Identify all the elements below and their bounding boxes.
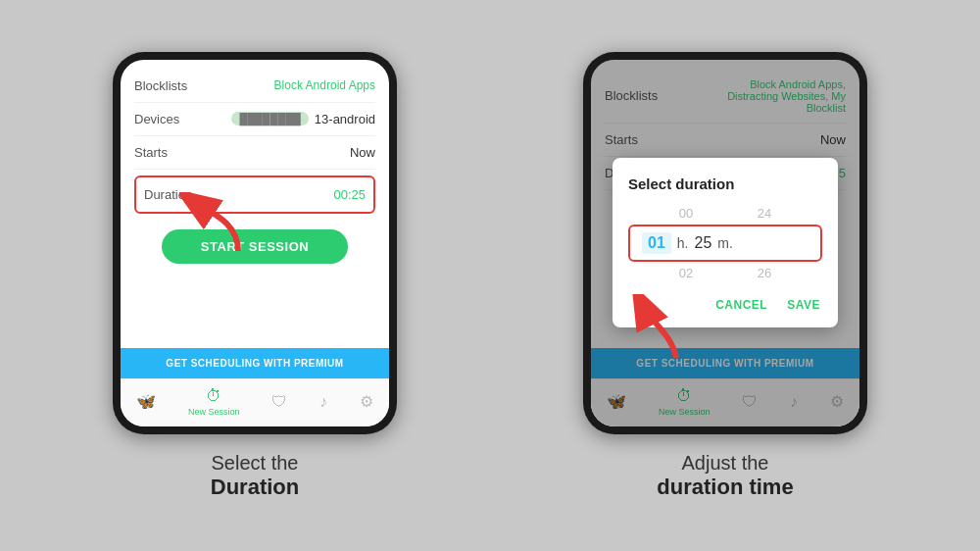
blocklists-label: Blocklists bbox=[134, 78, 187, 93]
right-phone-frame: Blocklists Block Android Apps, Distracti… bbox=[583, 52, 867, 434]
settings-icon: ⚙ bbox=[360, 392, 373, 411]
left-phone-frame: Blocklists Block Android Apps Devices ██… bbox=[113, 52, 397, 434]
butterfly-icon: 🦋 bbox=[136, 392, 156, 411]
picker-h-label: h. bbox=[677, 235, 689, 251]
bottom-nav: 🦋 ⏱ New Session 🛡 ♪ ⚙ bbox=[121, 378, 389, 426]
premium-banner[interactable]: GET SCHEDULING WITH PREMIUM bbox=[121, 348, 389, 378]
picker-m-label: m. bbox=[717, 235, 733, 251]
save-button[interactable]: SAVE bbox=[785, 294, 822, 316]
nav-item-butterfly[interactable]: 🦋 bbox=[136, 392, 156, 411]
right-phone-section: Blocklists Block Android Apps, Distracti… bbox=[583, 52, 867, 500]
picker-above-mins: 24 bbox=[735, 206, 794, 221]
arrow-right bbox=[622, 294, 701, 367]
devices-row: Devices ████████ 13-android bbox=[134, 103, 375, 136]
nav-item-settings[interactable]: ⚙ bbox=[360, 392, 373, 411]
dialog-title: Select duration bbox=[628, 175, 822, 192]
timer-icon: ⏱ bbox=[206, 387, 221, 405]
picker-below-hours: 02 bbox=[657, 266, 715, 280]
devices-label: Devices bbox=[134, 112, 179, 126]
dialog-overlay: Select duration 00 24 01 h. bbox=[591, 60, 859, 426]
starts-value: Now bbox=[350, 145, 375, 160]
starts-label: Starts bbox=[134, 145, 168, 160]
picker-below-mins: 26 bbox=[735, 266, 794, 280]
music-icon: ♪ bbox=[319, 393, 327, 411]
starts-row: Starts Now bbox=[134, 136, 375, 170]
device-pill: ████████ bbox=[231, 112, 308, 125]
picker-hours-selected[interactable]: 01 bbox=[642, 232, 671, 254]
device-value: 13-android bbox=[315, 112, 375, 126]
picker-selected-row[interactable]: 01 h. 25 m. bbox=[628, 225, 822, 262]
picker-above-row: 00 24 bbox=[628, 206, 822, 221]
nav-item-music[interactable]: ♪ bbox=[319, 393, 327, 411]
arrow-svg-left bbox=[179, 192, 258, 271]
picker-above-hours: 00 bbox=[657, 206, 715, 221]
main-container: Blocklists Block Android Apps Devices ██… bbox=[0, 0, 980, 551]
left-phone-section: Blocklists Block Android Apps Devices ██… bbox=[113, 52, 397, 500]
duration-value: 00:25 bbox=[333, 187, 366, 202]
picker-minutes-selected[interactable]: 25 bbox=[694, 234, 711, 252]
picker-below-row: 02 26 bbox=[628, 266, 822, 280]
left-caption: Select the Duration bbox=[211, 452, 299, 500]
arrow-left bbox=[179, 192, 258, 275]
nav-item-new-session[interactable]: ⏱ New Session bbox=[188, 387, 240, 417]
new-session-label: New Session bbox=[188, 407, 240, 417]
blocklists-row: Blocklists Block Android Apps bbox=[134, 70, 375, 103]
cancel-button[interactable]: CANCEL bbox=[713, 294, 769, 316]
right-caption: Adjust the duration time bbox=[657, 452, 793, 500]
blocklists-value: Block Android Apps bbox=[274, 78, 375, 92]
arrow-svg-right bbox=[622, 294, 701, 363]
shield-icon: 🛡 bbox=[271, 393, 287, 411]
nav-item-shield[interactable]: 🛡 bbox=[271, 393, 287, 411]
